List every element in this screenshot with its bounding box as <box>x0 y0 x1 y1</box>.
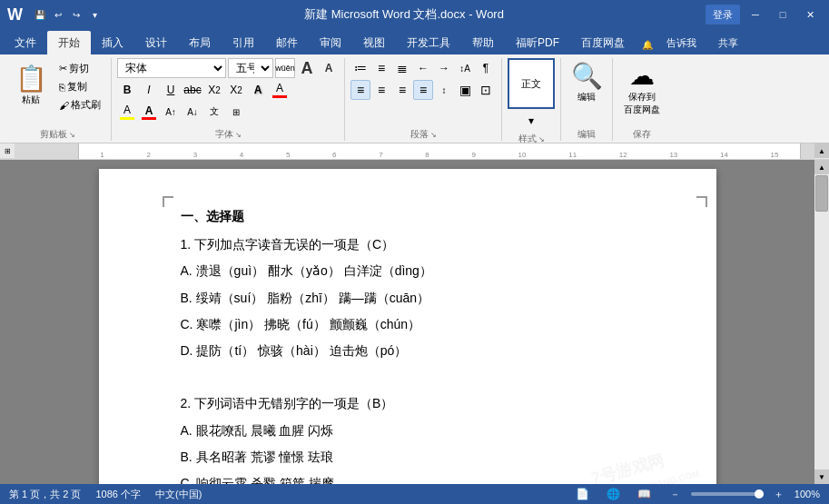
increase-indent-btn[interactable]: A↑ <box>161 102 181 122</box>
cut-btn[interactable]: ✂ 剪切 <box>54 60 105 77</box>
close-btn[interactable]: ✕ <box>798 5 822 24</box>
pinyin-text-btn[interactable]: 文 <box>204 102 224 122</box>
tab-baidu[interactable]: 百度网盘 <box>570 31 636 54</box>
align-center-btn[interactable]: ≡ <box>371 80 391 100</box>
status-bar: 第 1 页，共 2 页 1086 个字 中文(中国) 📄 🌐 📖 － ＋ 100… <box>0 484 829 504</box>
superscript-btn[interactable]: X2 <box>226 80 246 100</box>
tab-help[interactable]: 帮助 <box>461 31 505 54</box>
title-bar-left: W 💾 ↩ ↪ ▾ <box>7 5 103 25</box>
format-painter-btn[interactable]: 🖌 格式刷 <box>54 96 105 114</box>
font-row3: A A A↑ A↓ 文 ⊞ <box>117 102 246 122</box>
edit-btn[interactable]: 🔍 编辑 <box>567 58 607 106</box>
tab-foxit[interactable]: 福昕PDF <box>505 31 570 54</box>
multilevel-list-btn[interactable]: ≣ <box>392 58 412 78</box>
ruler-left-margin <box>15 143 78 159</box>
border-char-btn[interactable]: ⊞ <box>226 102 246 122</box>
maximize-btn[interactable]: □ <box>771 5 794 24</box>
save-label: 保存 <box>633 126 651 141</box>
style-expand-btn[interactable]: ▾ <box>525 111 538 131</box>
ruler-toggle-btn[interactable]: ⊞ <box>0 143 15 158</box>
q1a-text: A. 溃退（guì） 酣水（yǎo） 白洋淀（dìng） <box>181 260 644 282</box>
paste-btn[interactable]: 📋 粘贴 <box>9 58 53 114</box>
underline-btn[interactable]: U <box>161 80 181 100</box>
tab-layout[interactable]: 布局 <box>178 31 222 54</box>
zoom-out-btn[interactable]: － <box>664 485 687 503</box>
shading-btn[interactable]: ▣ <box>455 80 475 100</box>
layout-web-btn[interactable]: 🌐 <box>602 485 626 503</box>
tab-insert[interactable]: 插入 <box>91 31 134 54</box>
tab-share[interactable]: 共享 <box>707 31 749 54</box>
zoom-slider[interactable] <box>691 492 764 496</box>
tab-file[interactable]: 文件 <box>4 31 47 54</box>
font-color-bar <box>272 95 287 98</box>
numbered-list-btn[interactable]: ≡ <box>371 58 391 78</box>
clipboard-expand-icon[interactable]: ↘ <box>69 131 75 139</box>
subscript-btn[interactable]: X2 <box>204 80 224 100</box>
scroll-up-main-btn[interactable]: ▲ <box>814 160 829 174</box>
doc-area: 一、选择题 1. 下列加点字读音无误的一项是（C） A. 溃退（guì） 酣水（… <box>0 160 829 484</box>
font-large-A-btn[interactable]: A <box>297 58 317 78</box>
italic-btn[interactable]: I <box>139 80 159 100</box>
decrease-indent-para-btn[interactable]: ← <box>413 58 433 78</box>
font-color-btn[interactable]: A <box>139 102 159 122</box>
scroll-thumb[interactable] <box>815 175 828 212</box>
para-expand-icon[interactable]: ↘ <box>430 131 437 139</box>
save-baidu-btn[interactable]: ☁ 保存到 百度网盘 <box>618 58 666 119</box>
scroll-up-btn[interactable]: ▲ <box>814 143 829 158</box>
tab-tell-me[interactable]: 告诉我 <box>656 31 707 54</box>
tab-references[interactable]: 引用 <box>222 31 265 54</box>
undo-btn[interactable]: ↩ <box>50 6 66 23</box>
layout-print-btn[interactable]: 📄 <box>571 485 595 503</box>
increase-indent-para-btn[interactable]: → <box>434 58 454 78</box>
copy-btn[interactable]: ⎘ 复制 <box>54 78 105 95</box>
justify-btn[interactable]: ≡ <box>413 80 433 100</box>
font-expand-icon[interactable]: ↘ <box>235 131 242 139</box>
save-group: ☁ 保存到 百度网盘 保存 <box>613 58 671 141</box>
save-quick-btn[interactable]: 💾 <box>32 6 48 23</box>
clipboard-area: 📋 粘贴 ✂ 剪切 ⎘ 复制 🖌 格式刷 <box>9 58 105 114</box>
large-a-icon: A <box>301 59 313 78</box>
strikethrough-btn[interactable]: abc <box>183 80 202 100</box>
tab-view[interactable]: 视图 <box>352 31 396 54</box>
tab-review[interactable]: 审阅 <box>309 31 352 54</box>
minimize-btn[interactable]: ─ <box>744 5 767 24</box>
pinyin-btn[interactable]: wüēn <box>275 58 295 78</box>
zoom-in-btn[interactable]: ＋ <box>767 485 791 503</box>
border-btn[interactable]: ⊡ <box>476 80 496 100</box>
status-right: 📄 🌐 📖 － ＋ 100% <box>571 485 820 503</box>
layout-read-btn[interactable]: 📖 <box>633 485 656 503</box>
main-area: ⊞ 123456789101112131415 ▲ 一、选择题 1. 下列加点字… <box>0 143 829 484</box>
bullet-list-btn[interactable]: ≔ <box>350 58 370 78</box>
show-formatting-btn[interactable]: ¶ <box>476 58 496 78</box>
tab-developer[interactable]: 开发工具 <box>396 31 461 54</box>
redo-btn[interactable]: ↪ <box>68 6 84 23</box>
highlight-btn[interactable]: A <box>117 102 137 122</box>
font-clear-btn[interactable]: A <box>270 80 290 100</box>
highlight-icon: A <box>123 104 131 116</box>
font-size-select[interactable]: 五号 <box>228 58 273 78</box>
ruler-content: 123456789101112131415 <box>78 143 801 159</box>
login-btn[interactable]: 登录 <box>706 5 740 25</box>
style-normal[interactable]: 正文 <box>508 58 555 109</box>
corner-tl <box>163 196 173 207</box>
align-left-btn[interactable]: ≡ <box>350 80 370 100</box>
decrease-indent-btn[interactable]: A↓ <box>183 102 202 122</box>
customize-quick-access[interactable]: ▾ <box>86 6 103 23</box>
line-spacing-btn[interactable]: ↕ <box>434 80 454 100</box>
font-shadow-btn[interactable]: A <box>248 80 268 100</box>
tab-mailings[interactable]: 邮件 <box>265 31 309 54</box>
word-app-icon: W <box>7 5 23 25</box>
bold-btn[interactable]: B <box>117 80 137 100</box>
font-small-A-btn[interactable]: A <box>319 58 339 78</box>
tab-design[interactable]: 设计 <box>134 31 178 54</box>
font-name-select[interactable]: 宋体 <box>117 58 226 78</box>
scroll-down-main-btn[interactable]: ▼ <box>814 469 829 484</box>
tab-home[interactable]: 开始 <box>47 31 91 54</box>
align-right-btn[interactable]: ≡ <box>392 80 412 100</box>
doc-content[interactable]: 一、选择题 1. 下列加点字读音无误的一项是（C） A. 溃退（guì） 酣水（… <box>181 205 644 484</box>
style-expand-icon[interactable]: ↘ <box>538 135 545 143</box>
search-tab-btn[interactable]: 🔔 <box>639 36 656 53</box>
sort-btn[interactable]: ↕A <box>455 58 475 78</box>
edit-label: 编辑 <box>577 91 596 104</box>
scroll-track[interactable] <box>814 174 829 469</box>
